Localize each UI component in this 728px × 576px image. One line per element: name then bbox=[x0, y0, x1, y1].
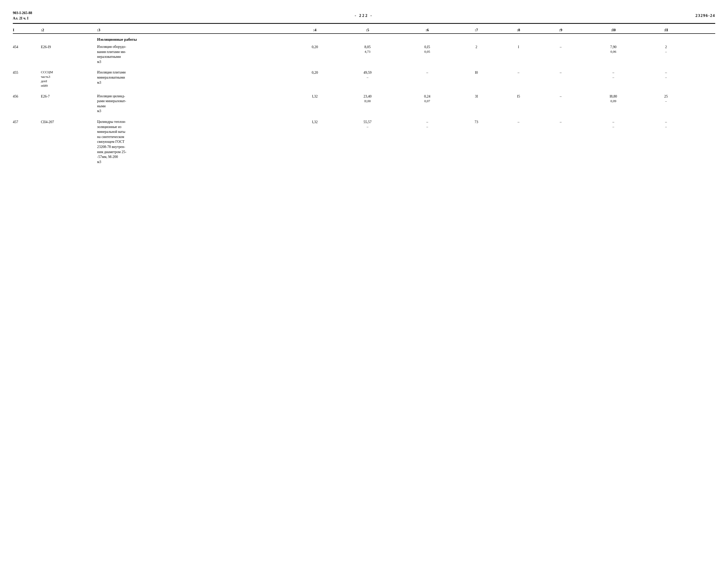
row-456-id: 456 bbox=[13, 94, 41, 99]
col-header-1: I bbox=[13, 28, 41, 32]
row-454-col11: 2– bbox=[645, 44, 687, 54]
row-456-col11: 25– bbox=[645, 94, 687, 104]
header-left: 903-I-265-88 Ал. 2I ч. I bbox=[13, 10, 32, 21]
row-454-col6: 0,I50,05 bbox=[399, 44, 456, 54]
row-456-col9: – bbox=[540, 94, 582, 99]
section-title-row: Изоляционные работы bbox=[13, 34, 715, 43]
row-457-col11: –– bbox=[645, 119, 687, 129]
row-456-ref: Е26-7 bbox=[41, 94, 97, 99]
row-455-col8: – bbox=[497, 70, 540, 75]
header-line2: Ал. 2I ч. I bbox=[13, 16, 32, 21]
row-457-desc: Цилиндры теплои-золяционные изминерально… bbox=[97, 119, 294, 164]
row-456: 456 Е26-7 Изоляция цилинд-рами минералов… bbox=[13, 93, 715, 115]
row-455-id: 455 bbox=[13, 70, 41, 75]
row-457-col6: –– bbox=[399, 119, 456, 129]
row-455-col6: – bbox=[399, 70, 456, 75]
row-455-ref: СССЦМчасть3допIп689 bbox=[41, 70, 97, 88]
col-header-3: :3 bbox=[97, 28, 294, 32]
row-454-id: 454 bbox=[13, 44, 41, 50]
row-455-col4: 0,20 bbox=[294, 70, 336, 75]
row-455-desc: Изоляция плитамиминераловатнымим3 bbox=[97, 70, 294, 85]
col-header-9: :9 bbox=[540, 28, 582, 32]
row-454: 454 Е26-I9 Изоляция оборудо-вания плитам… bbox=[13, 43, 715, 65]
row-454-col7: 2 bbox=[456, 44, 498, 50]
header-line1: 903-I-265-88 bbox=[13, 10, 32, 16]
row-457-col5: 55,57– bbox=[336, 119, 399, 129]
col-header-4: :4 bbox=[294, 28, 336, 32]
row-455-col5: 49,59– bbox=[336, 70, 399, 80]
header-main: 903-I-265-88 Ал. 2I ч. I - 222 - 23296-2… bbox=[13, 10, 715, 21]
row-456-data: 456 Е26-7 Изоляция цилинд-рами минералов… bbox=[13, 93, 715, 115]
row-454-col8: I bbox=[497, 44, 540, 50]
row-456-col6: 0,240,07 bbox=[399, 94, 456, 104]
row-456-col5: 23,40II,00 bbox=[336, 94, 399, 104]
row-455-data: 455 СССЦМчасть3допIп689 Изоляция плитами… bbox=[13, 69, 715, 89]
row-457-col10: –– bbox=[582, 119, 645, 129]
row-457-col7: 73 bbox=[456, 119, 498, 125]
row-455-col10: –– bbox=[582, 70, 645, 80]
row-456-col10: I8,800,09 bbox=[582, 94, 645, 104]
col-header-11: :II bbox=[645, 28, 687, 32]
header-block: 903-I-265-88 Ал. 2I ч. I - 222 - 23296-2… bbox=[13, 10, 715, 24]
row-455-col11: –– bbox=[645, 70, 687, 80]
divider-thin bbox=[13, 24, 715, 24]
header-right: 23296-24 bbox=[696, 13, 715, 18]
header-center: - 222 - bbox=[355, 13, 373, 18]
row-454-col5: 8,054,73 bbox=[336, 44, 399, 54]
row-454-col10: 7,900,06 bbox=[582, 44, 645, 54]
column-header-row: I :2 :3 :4 :5 :6 :7 :8 :9 :I0 :II bbox=[13, 26, 715, 34]
col-header-8: :8 bbox=[497, 28, 540, 32]
row-454-desc: Изоляция оборудо-вания плитами ми-нерало… bbox=[97, 44, 294, 64]
row-454-col4: 0,20 bbox=[294, 44, 336, 50]
row-457-col8: – bbox=[497, 119, 540, 125]
row-456-col7: 3I bbox=[456, 94, 498, 99]
row-456-col8: I5 bbox=[497, 94, 540, 99]
col-header-7: :7 bbox=[456, 28, 498, 32]
col-header-6: :6 bbox=[399, 28, 456, 32]
col-header-2: :2 bbox=[41, 28, 97, 32]
row-455-col7: I0 bbox=[456, 70, 498, 75]
row-456-desc: Изоляция цилинд-рами минераловат-нымим3 bbox=[97, 94, 294, 114]
row-455-col9: – bbox=[540, 70, 582, 75]
row-455: 455 СССЦМчасть3допIп689 Изоляция плитами… bbox=[13, 69, 715, 89]
row-454-col9: – bbox=[540, 44, 582, 50]
row-456-col4: I,32 bbox=[294, 94, 336, 99]
row-457-data: 457 СII4-207 Цилиндры теплои-золяционные… bbox=[13, 118, 715, 165]
row-454-ref: Е26-I9 bbox=[41, 44, 97, 50]
row-457-col4: I,32 bbox=[294, 119, 336, 125]
section-title: Изоляционные работы bbox=[97, 37, 294, 42]
col-header-10: :I0 bbox=[582, 28, 645, 32]
col-header-5: :5 bbox=[336, 28, 399, 32]
row-457: 457 СII4-207 Цилиндры теплои-золяционные… bbox=[13, 118, 715, 165]
row-454-data: 454 Е26-I9 Изоляция оборудо-вания плитам… bbox=[13, 43, 715, 65]
row-457-id: 457 bbox=[13, 119, 41, 125]
row-457-ref: СII4-207 bbox=[41, 119, 97, 125]
row-457-col9: – bbox=[540, 119, 582, 125]
